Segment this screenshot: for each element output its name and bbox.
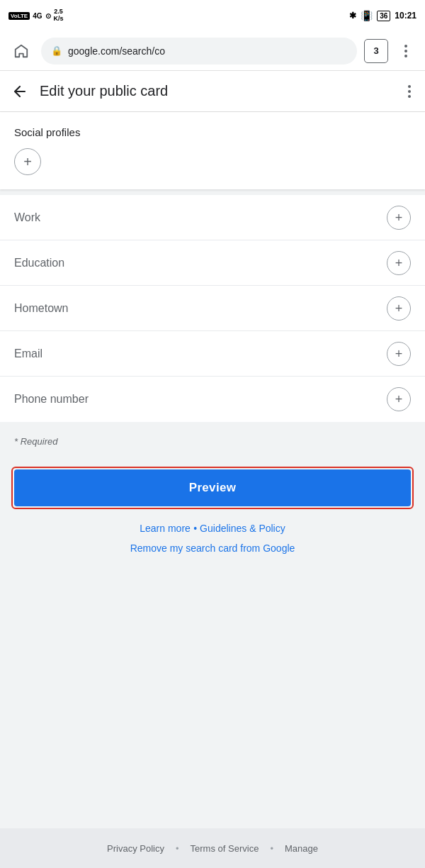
preview-button-highlight: Preview <box>11 467 414 509</box>
add-work-button[interactable]: + <box>387 206 411 230</box>
add-hometown-button[interactable]: + <box>387 296 411 321</box>
add-email-button[interactable]: + <box>387 342 411 366</box>
plus-icon: + <box>395 347 403 360</box>
footer-separator-1: • <box>176 843 179 854</box>
plus-icon: + <box>395 211 403 224</box>
education-label: Education <box>14 257 64 269</box>
dot-1 <box>404 45 407 48</box>
data-speed: 2.5K/s <box>54 9 64 23</box>
bluetooth-icon: ✱ <box>349 11 356 21</box>
required-note: * Required <box>0 428 425 458</box>
social-profiles-card: Social profiles + <box>0 112 425 189</box>
work-label: Work <box>14 211 40 224</box>
footer: Privacy Policy • Terms of Service • Mana… <box>0 828 425 868</box>
footer-separator-2: • <box>270 843 273 854</box>
preview-button[interactable]: Preview <box>14 469 411 506</box>
status-right: ✱ 📳 36 10:21 <box>349 10 416 21</box>
url-bar[interactable]: 🔒 google.com/search/co <box>41 38 357 65</box>
dot-2 <box>404 50 407 52</box>
hometown-label: Hometown <box>14 302 68 315</box>
plus-icon: + <box>395 393 403 406</box>
page-header: Edit your public card <box>0 71 425 112</box>
add-social-profile-button[interactable]: + <box>14 148 41 175</box>
email-field-row[interactable]: Email + <box>0 331 425 377</box>
terms-of-service-link[interactable]: Terms of Service <box>191 843 259 854</box>
menu-dot-2 <box>408 90 411 93</box>
url-text: google.com/search/co <box>68 45 347 57</box>
fields-container: Work + Education + Hometown + Email + Ph… <box>0 195 425 422</box>
guidelines-link[interactable]: Guidelines & Policy <box>200 523 285 534</box>
manage-link[interactable]: Manage <box>285 843 318 854</box>
privacy-policy-link[interactable]: Privacy Policy <box>107 843 164 854</box>
home-button[interactable] <box>8 38 34 64</box>
email-label: Email <box>14 347 42 360</box>
volte-badge: VoLTE <box>8 12 30 20</box>
signal-strength: 4G <box>33 12 42 20</box>
status-bar: VoLTE 4G ⊙ 2.5K/s ✱ 📳 36 10:21 <box>0 0 425 31</box>
wifi-icon: ⊙ <box>45 12 51 20</box>
remove-link-row: Remove my search card from Google <box>0 539 425 566</box>
link-separator: • <box>193 523 200 534</box>
education-field-row[interactable]: Education + <box>0 240 425 286</box>
work-field-row[interactable]: Work + <box>0 195 425 240</box>
browser-menu-button[interactable] <box>395 40 416 62</box>
menu-dot-3 <box>408 95 411 98</box>
hometown-field-row[interactable]: Hometown + <box>0 286 425 331</box>
status-left: VoLTE 4G ⊙ 2.5K/s <box>8 9 64 23</box>
page-title: Edit your public card <box>40 83 394 99</box>
page-menu-button[interactable] <box>405 82 414 101</box>
content-area: Social profiles + Work + Education + Hom… <box>0 112 425 566</box>
dot-3 <box>404 55 407 57</box>
back-button[interactable] <box>11 83 28 100</box>
tab-count-button[interactable]: 3 <box>364 39 388 63</box>
guidelines-link-row: Learn more • Guidelines & Policy <box>0 515 425 539</box>
add-phone-button[interactable]: + <box>387 387 411 411</box>
plus-icon: + <box>23 155 32 169</box>
vibrate-icon: 📳 <box>361 10 373 21</box>
browser-bar: 🔒 google.com/search/co 3 <box>0 31 425 71</box>
phone-field-row[interactable]: Phone number + <box>0 377 425 422</box>
menu-dot-1 <box>408 85 411 88</box>
plus-icon: + <box>395 257 403 269</box>
phone-label: Phone number <box>14 393 89 406</box>
remove-card-link[interactable]: Remove my search card from Google <box>130 542 295 554</box>
clock: 10:21 <box>395 11 416 21</box>
battery-indicator: 36 <box>377 11 390 21</box>
plus-icon: + <box>395 302 403 315</box>
preview-section: Preview <box>0 458 425 515</box>
learn-more-link[interactable]: Learn more <box>140 523 191 534</box>
add-education-button[interactable]: + <box>387 251 411 275</box>
lock-icon: 🔒 <box>51 45 62 56</box>
social-profiles-title: Social profiles <box>14 126 411 138</box>
